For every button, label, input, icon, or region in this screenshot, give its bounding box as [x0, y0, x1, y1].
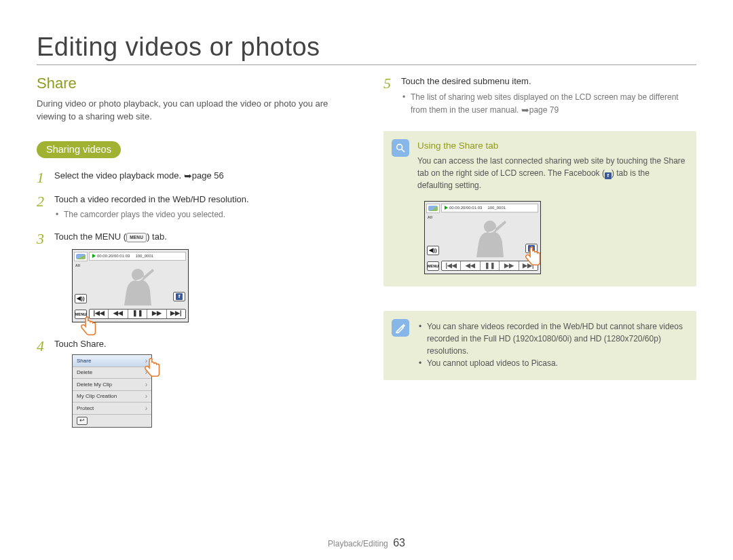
page-title: Editing videos or photos [37, 33, 696, 62]
rewind-icon: ◀◀ [461, 261, 480, 270]
step-5-sub: The list of sharing web sites displayed … [401, 91, 696, 117]
title-rule [37, 64, 696, 65]
next-track-icon: ▶▶| [167, 310, 185, 318]
play-indicator-icon [445, 206, 448, 210]
lcd-screenshot-menu: 00:00:20/00:01:03 100_0001 All ◀)) f MEN… [72, 249, 189, 322]
step-5-text: Touch the desired submenu item. [401, 76, 531, 86]
menu-tab-button: MENU [427, 261, 439, 271]
thumbnail-badge-icon [426, 204, 440, 213]
fast-forward-icon: ▶▶ [500, 261, 519, 270]
menu-item-delete-my-clip: Delete My Clip› [73, 379, 151, 391]
menu-screenshot: Share› Delete› Delete My Clip› My Clip C… [72, 354, 152, 428]
right-column: Touch the desired submenu item. The list… [383, 75, 696, 437]
facebook-icon: f [176, 293, 183, 300]
pause-icon: ❚❚ [128, 310, 147, 318]
left-column: Share During video or photo playback, yo… [37, 75, 350, 437]
menu-item-label: Protect [77, 403, 94, 415]
play-indicator-icon [92, 254, 96, 258]
lcd-timecode: 00:00:20/00:01:03 [449, 204, 482, 212]
video-frame-silhouette-icon [457, 214, 519, 257]
speaker-button-icon: ◀)) [75, 294, 87, 303]
share-tab-facebook: f [173, 292, 185, 301]
step-3: Touch the MENU (MENU) tab. 00:00:20/00:0… [37, 230, 350, 322]
touch-hand-icon [140, 352, 164, 382]
step-5-sub-ref: page 79 [529, 105, 559, 115]
menu-item-label: Delete [77, 367, 92, 379]
svg-point-0 [397, 144, 402, 149]
menu-item-label: Share [77, 355, 91, 367]
page-number: 63 [393, 537, 405, 548]
menu-item-label: My Clip Creation [77, 390, 117, 403]
intro-text: During video or photo playback, you can … [37, 98, 350, 124]
note-badge-icon [392, 319, 409, 337]
thumbnail-badge-icon [74, 252, 88, 261]
step-4: Touch Share. Share› Delete› Delete My Cl… [37, 337, 350, 428]
step-2: Touch a video recorded in the Web/HD res… [37, 193, 350, 221]
menu-item-protect: Protect› [73, 403, 151, 415]
svg-line-1 [402, 149, 405, 152]
ref-arrow-icon: ➥ [184, 170, 192, 181]
fast-forward-icon: ▶▶ [147, 310, 166, 318]
touch-hand-icon [521, 241, 544, 271]
menu-tab-chip: MENU [126, 233, 147, 242]
back-button-icon: ↩ [77, 417, 88, 425]
note-item-2: You cannot upload videos to Picasa. [417, 357, 685, 369]
pause-icon: ❚❚ [481, 261, 500, 270]
magnifier-badge-icon [392, 139, 409, 157]
lcd-topbar: 00:00:20/00:01:03 100_0001 [441, 204, 538, 212]
ref-arrow-icon: ➥ [521, 105, 529, 115]
step-4-post: . [104, 339, 107, 349]
callout-body: You can access the last connected sharin… [417, 155, 685, 191]
menu-item-label: Delete My Clip [77, 379, 112, 391]
menu-back-row: ↩ [73, 415, 151, 427]
chevron-right-icon: › [145, 403, 147, 415]
page-footer: Playback/Editing 63 [0, 537, 733, 549]
step-1: Select the video playback mode. ➥page 56 [37, 169, 350, 183]
video-frame-silhouette-icon [105, 262, 166, 305]
lcd-screenshot-share-tab: 00:00:20/00:01:03 100_0001 All ◀)) f MEN… [424, 201, 541, 274]
lcd-all-label: All [428, 215, 432, 219]
step-3-post: ) tab. [147, 231, 167, 242]
lcd-topbar: 00:00:20/00:01:03 100_0001 [89, 252, 186, 261]
step-4-pre: Touch [54, 339, 80, 349]
note-item-1: You can share videos recorded in the Web… [417, 320, 685, 357]
step-2-text: Touch a video recorded in the Web/HD res… [54, 194, 249, 204]
menu-item-delete: Delete› [73, 367, 151, 379]
step-2-sub: The camcorder plays the video you select… [54, 208, 350, 221]
chevron-right-icon: › [145, 390, 147, 403]
section-title-share: Share [37, 75, 350, 92]
step-1-ref: page 56 [192, 170, 224, 181]
speaker-button-icon: ◀)) [427, 246, 439, 255]
touch-hand-icon [77, 311, 100, 341]
steps-list: Select the video playback mode. ➥page 56… [37, 169, 350, 428]
lcd-all-label: All [75, 263, 80, 269]
pill-sharing-videos: Sharing videos [37, 141, 121, 158]
rewind-icon: ◀◀ [109, 310, 128, 318]
facebook-icon: f [605, 172, 612, 179]
callout-title: Using the Share tab [417, 141, 685, 151]
steps-list-right: Touch the desired submenu item. The list… [383, 75, 696, 117]
menu-item-my-clip-creation: My Clip Creation› [73, 391, 151, 403]
callout-note: You can share videos recorded in the Web… [383, 311, 696, 380]
lcd-transport-bar: |◀◀ ◀◀ ❚❚ ▶▶ ▶▶| [89, 309, 186, 319]
step-4-bold: Share [80, 339, 104, 349]
lcd-timecode: 00:00:20/00:01:03 [97, 252, 130, 261]
prev-track-icon: |◀◀ [442, 261, 461, 270]
footer-section: Playback/Editing [328, 539, 388, 548]
menu-item-share: Share› [73, 355, 151, 367]
step-5: Touch the desired submenu item. The list… [383, 75, 696, 117]
step-3-pre: Touch the MENU ( [54, 231, 126, 242]
step-1-text: Select the video playback mode. [54, 170, 184, 181]
lcd-filename: 100_0001 [135, 252, 153, 261]
callout-using-share-tab: Using the Share tab You can access the l… [383, 131, 696, 286]
lcd-filename: 100_0001 [487, 204, 506, 212]
